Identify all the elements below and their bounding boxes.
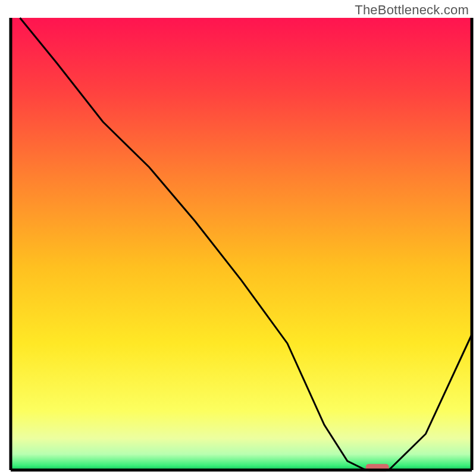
chart-svg <box>0 0 476 476</box>
plot-background <box>11 18 472 470</box>
chart-container: TheBottleneck.com <box>0 0 476 476</box>
watermark-text: TheBottleneck.com <box>355 2 469 18</box>
